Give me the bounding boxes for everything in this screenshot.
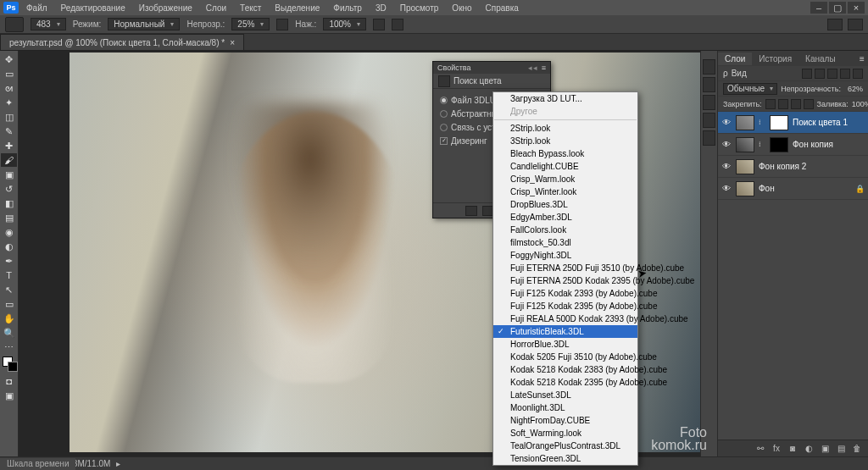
tool-wand[interactable]: ✦ <box>1 96 17 109</box>
clip-to-layer-icon[interactable] <box>465 206 477 216</box>
filter-shape-icon[interactable] <box>840 69 850 79</box>
filter-kind-icon[interactable]: ρ <box>723 69 728 78</box>
background-color[interactable] <box>8 362 18 372</box>
lut-menu-item[interactable]: Fuji ETERNA 250D Kodak 2395 (by Adobe).c… <box>493 274 637 287</box>
lut-menu-item[interactable]: HorrorBlue.3DL <box>493 338 637 351</box>
visibility-toggle-icon[interactable]: 👁 <box>721 118 732 127</box>
layer-fx-icon[interactable]: fx <box>771 443 782 455</box>
radio-3dlut[interactable] <box>440 97 448 104</box>
blend-mode-select[interactable]: Нормальный <box>108 18 180 30</box>
pressure-size-icon[interactable] <box>392 19 403 30</box>
tab-layers[interactable]: Слои <box>718 53 752 65</box>
lut-menu-item[interactable]: filmstock_50.3dl <box>493 236 637 249</box>
lut-menu-item-selected[interactable]: FuturisticBleak.3DL <box>493 325 637 338</box>
lut-menu-item[interactable]: Bleach Bypass.look <box>493 147 637 160</box>
menu-select[interactable]: Выделение <box>269 2 326 14</box>
lut-menu-item[interactable]: LateSunset.3DL <box>493 389 637 401</box>
add-mask-icon[interactable]: ◙ <box>787 443 798 455</box>
filter-pixel-icon[interactable] <box>802 69 812 79</box>
lut-menu-item[interactable]: Candlelight.CUBE <box>493 160 637 173</box>
tool-lasso[interactable]: ᘛ <box>1 81 17 95</box>
layer-row[interactable]: 👁 ⁞ Фон копия <box>718 134 868 156</box>
new-layer-icon[interactable]: ▤ <box>835 443 847 455</box>
lut-menu-item[interactable]: DropBlues.3DL <box>493 198 637 211</box>
layer-name[interactable]: Фон копия <box>793 140 833 149</box>
collapsed-panel-2-icon[interactable] <box>703 77 715 92</box>
lut-menu-item[interactable]: Fuji REALA 500D Kodak 2393 (by Adobe).cu… <box>493 312 637 325</box>
window-minimize[interactable]: – <box>810 2 827 14</box>
workspace-switcher-icon[interactable] <box>848 19 863 30</box>
brush-size-field[interactable]: 483 <box>31 18 66 30</box>
window-close[interactable]: × <box>848 2 865 14</box>
menu-3d[interactable]: 3D <box>370 2 392 14</box>
lut-menu-item[interactable]: NightFromDay.CUBE <box>493 414 637 427</box>
tool-history-brush[interactable]: ↺ <box>1 182 17 196</box>
tool-marquee[interactable]: ▭ <box>1 67 17 80</box>
tool-hand[interactable]: ✋ <box>1 312 17 325</box>
link-layers-icon[interactable]: ⚯ <box>754 443 766 455</box>
lut-menu-item[interactable]: Kodak 5218 Kodak 2395 (by Adobe).cube <box>493 376 637 389</box>
document-tab-close[interactable]: × <box>230 38 235 47</box>
collapsed-panel-4-icon[interactable] <box>703 113 715 128</box>
tool-brush[interactable]: 🖌 <box>1 153 17 167</box>
tool-quickmask[interactable]: ◘ <box>1 374 17 388</box>
lut-menu-item[interactable]: Fuji F125 Kodak 2393 (by Adobe).cube <box>493 287 637 300</box>
layer-blend-mode[interactable]: Обычные <box>723 83 777 95</box>
visibility-toggle-icon[interactable]: 👁 <box>721 184 732 193</box>
lut-menu-load[interactable]: Загрузка 3D LUT... <box>493 92 637 105</box>
brush-preset-thumb[interactable] <box>5 17 24 32</box>
panel-collapse-icon[interactable]: ◂◂ <box>528 64 538 72</box>
menu-edit[interactable]: Редактирование <box>55 2 131 14</box>
lut-menu-item[interactable]: Crisp_Warm.look <box>493 173 637 185</box>
menu-window[interactable]: Окно <box>446 2 477 14</box>
layer-name[interactable]: Фон <box>759 184 775 193</box>
layer-thumb[interactable] <box>736 137 754 152</box>
lut-menu-item[interactable]: Crisp_Winter.look <box>493 185 637 198</box>
tool-screenmode[interactable]: ▣ <box>1 389 17 402</box>
lut-menu-item[interactable]: EdgyAmber.3DL <box>493 211 637 224</box>
lock-transparent-icon[interactable] <box>765 99 776 109</box>
lut-menu-item[interactable]: Fuji ETERNA 250D Fuji 3510 (by Adobe).cu… <box>493 262 637 274</box>
tool-edit-toolbar[interactable]: ⋯ <box>1 340 17 354</box>
lut-menu-item[interactable]: Fuji F125 Kodak 2395 (by Adobe).cube <box>493 300 637 312</box>
lut-menu-item[interactable]: Kodak 5218 Kodak 2383 (by Adobe).cube <box>493 363 637 376</box>
timeline-tab[interactable]: Шкала времени <box>0 458 75 470</box>
menu-filter[interactable]: Фильтр <box>327 2 368 14</box>
filter-adjust-icon[interactable] <box>815 69 825 79</box>
layer-thumb[interactable] <box>736 159 754 174</box>
opacity-field[interactable]: 25% <box>231 18 270 30</box>
lut-menu-item[interactable]: TealOrangePlusContrast.3DL <box>493 440 637 452</box>
tool-gradient[interactable]: ▤ <box>1 211 17 224</box>
lut-menu-item[interactable]: 3Strip.look <box>493 135 637 147</box>
lut-menu-item[interactable]: Kodak 5205 Fuji 3510 (by Adobe).cube <box>493 351 637 363</box>
menu-image[interactable]: Изображение <box>133 2 198 14</box>
layer-row[interactable]: 👁 Фон 🔒 <box>718 178 868 200</box>
filter-smart-icon[interactable] <box>853 69 863 79</box>
filter-type-icon[interactable] <box>827 69 837 79</box>
lut-menu-item[interactable]: FallColors.look <box>493 224 637 236</box>
collapsed-panel-3-icon[interactable] <box>703 95 715 110</box>
panel-menu-icon[interactable]: ≡ <box>542 64 546 72</box>
layer-thumb[interactable] <box>736 115 754 130</box>
tool-move[interactable]: ✥ <box>1 53 17 66</box>
menu-file[interactable]: Файл <box>20 2 53 14</box>
layer-row[interactable]: 👁 ⁞ Поиск цвета 1 <box>718 112 868 134</box>
tool-healing[interactable]: ✚ <box>1 139 17 152</box>
tool-dodge[interactable]: ◐ <box>1 240 17 253</box>
lock-position-icon[interactable] <box>791 99 801 109</box>
tool-pen[interactable]: ✒ <box>1 254 17 268</box>
lut-menu-item[interactable]: 2Strip.look <box>493 122 637 135</box>
workspace-3d-icon[interactable] <box>827 19 843 30</box>
tool-shape[interactable]: ▭ <box>1 297 17 311</box>
panel-menu-icon[interactable]: ≡ <box>856 54 868 64</box>
layer-name[interactable]: Фон копия 2 <box>759 162 806 171</box>
layer-mask-thumb[interactable] <box>770 115 788 130</box>
lut-menu-item[interactable]: Moonlight.3DL <box>493 401 637 414</box>
lock-pixels-icon[interactable] <box>778 99 788 109</box>
tool-crop[interactable]: ◫ <box>1 110 17 124</box>
collapsed-panel-5-icon[interactable] <box>703 130 715 146</box>
layer-mask-thumb[interactable] <box>770 137 788 152</box>
pressure-opacity-icon[interactable] <box>276 19 288 30</box>
lut-menu-item[interactable]: Soft_Warming.look <box>493 427 637 440</box>
tool-zoom[interactable]: 🔍 <box>1 326 17 340</box>
